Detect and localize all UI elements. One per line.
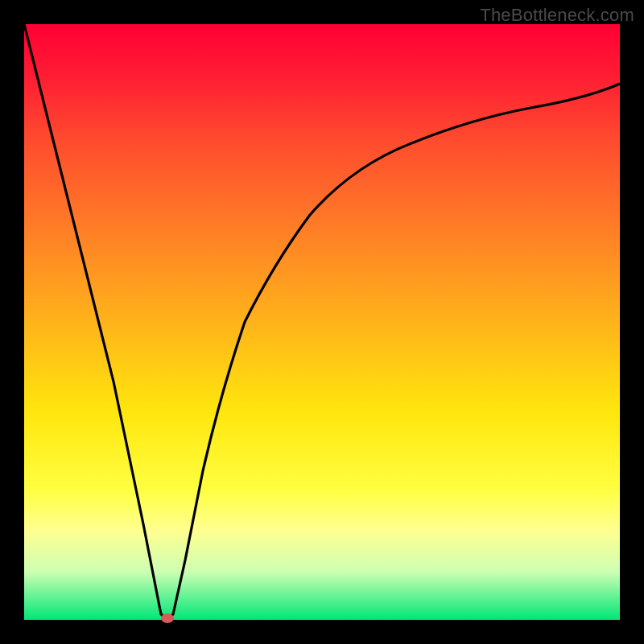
watermark-text: TheBottleneck.com: [480, 5, 634, 26]
curve-path: [24, 24, 620, 620]
optimal-point-marker: [161, 613, 174, 623]
plot-area: [24, 24, 620, 620]
chart-frame: TheBottleneck.com: [0, 0, 644, 644]
bottleneck-curve: [24, 24, 620, 620]
